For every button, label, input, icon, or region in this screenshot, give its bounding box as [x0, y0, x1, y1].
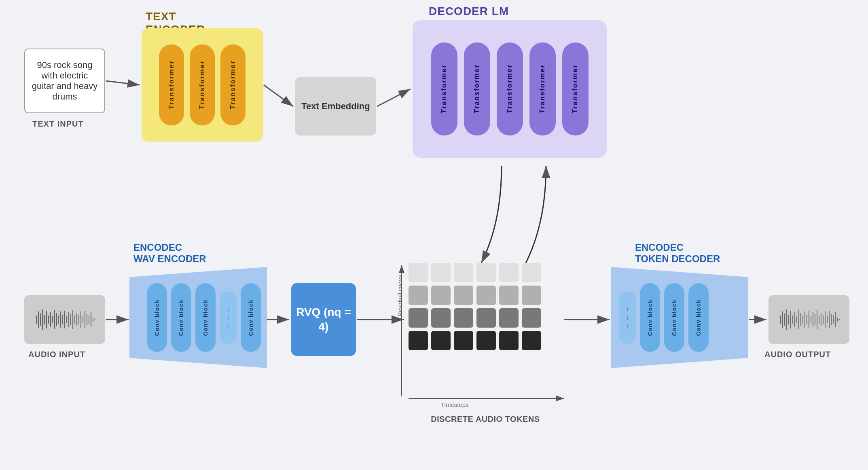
dec-transformer-label-3: Transformer [506, 64, 514, 113]
dec-conv-3: Conv block [688, 283, 709, 352]
dec-conv-2: Conv block [664, 283, 684, 352]
enc-conv-label-1: Conv block [154, 299, 160, 336]
audio-output-box [768, 295, 849, 344]
text-embedding-box: Text Embedding [295, 77, 376, 135]
token-cell-0 [409, 263, 428, 282]
dec-transformer-1: Transformer [431, 42, 457, 135]
dec-transformer-label-1: Transformer [440, 64, 448, 113]
token-cell-21 [476, 331, 496, 350]
dec-conv-label-2: Conv block [671, 299, 677, 336]
token-cell-19 [431, 331, 451, 350]
audio-waveform-input [32, 307, 97, 332]
text-encoder-container: Transformer Transformer Transformer [142, 28, 263, 142]
token-cell-14 [454, 308, 473, 328]
enc-conv-label-4: Conv block [248, 299, 254, 336]
transformer-label-2: Transformer [198, 60, 206, 109]
audio-waveform-output [777, 307, 841, 332]
enc-arrow-3: ↑ [227, 323, 230, 330]
token-cell-18 [409, 331, 428, 350]
dec-transformer-3: Transformer [497, 42, 523, 135]
token-cell-13 [431, 308, 451, 328]
dec-conv-1: Conv block [640, 283, 660, 352]
transformer-pill-3: Transformer [220, 44, 246, 125]
encodec-wav-title: ENCODEC WAV ENCODER [133, 242, 206, 265]
token-cell-6 [409, 286, 428, 305]
transformer-label-3: Transformer [229, 60, 237, 109]
decoder-lm-container: Transformer Transformer Transformer Tran… [413, 20, 607, 158]
svg-line-3 [377, 89, 411, 106]
dec-transformer-5: Transformer [562, 42, 589, 135]
token-grid [409, 263, 541, 350]
rvq-box: RVQ (nq = 4) [291, 283, 356, 356]
dec-transformer-label-5: Transformer [571, 64, 579, 113]
token-cell-9 [476, 286, 496, 305]
enc-conv-small: ↓ ↕ ↑ [220, 291, 237, 344]
transformer-pill-2: Transformer [190, 44, 215, 125]
token-cell-12 [409, 308, 428, 328]
residual-codes-label: Residual codes [396, 275, 403, 317]
enc-arrow-2: ↕ [227, 314, 230, 321]
rvq-label: RVQ (nq = 4) [291, 305, 356, 335]
encodec-dec-label-2: TOKEN DECODER [635, 253, 720, 265]
encodec-dec-container: ↓ ↕ ↑ Conv block Conv block Conv block [611, 267, 748, 368]
enc-conv-2: Conv block [171, 283, 191, 352]
token-cell-23 [522, 331, 541, 350]
text-encoder-label-line1: TEXT [146, 10, 205, 23]
audio-input-box [24, 295, 105, 344]
enc-conv-3: Conv block [195, 283, 216, 352]
timesteps-label: Timesteps [441, 401, 469, 408]
token-cell-10 [499, 286, 519, 305]
diagram-container: 90s rock song with electric guitar and h… [0, 0, 868, 470]
enc-conv-4: Conv block [241, 283, 261, 352]
encodec-wav-label-1: ENCODEC [133, 242, 206, 253]
text-input-label: TEXT INPUT [32, 119, 84, 129]
decoder-lm-title: DECODER LM [429, 5, 509, 18]
token-cell-20 [454, 331, 473, 350]
encodec-dec-title: ENCODEC TOKEN DECODER [635, 242, 720, 265]
token-cell-5 [522, 263, 541, 282]
enc-arrow-1: ↓ [227, 305, 230, 312]
dec-conv-small: ↓ ↕ ↑ [619, 291, 636, 344]
transformer-pill-1: Transformer [159, 44, 184, 125]
token-cell-22 [499, 331, 519, 350]
text-embedding-label: Text Embedding [301, 101, 370, 112]
dec-arrow-1: ↓ [626, 305, 629, 312]
token-cell-17 [522, 308, 541, 328]
svg-line-1 [106, 81, 140, 85]
token-cell-7 [431, 286, 451, 305]
svg-line-2 [264, 85, 293, 106]
token-cell-11 [522, 286, 541, 305]
enc-conv-1: Conv block [147, 283, 167, 352]
enc-conv-label-2: Conv block [178, 299, 184, 336]
text-input-content: 90s rock song with electric guitar and h… [30, 60, 100, 102]
token-cell-2 [454, 263, 473, 282]
text-input-box: 90s rock song with electric guitar and h… [24, 49, 105, 113]
dec-arrow-2: ↕ [626, 314, 629, 321]
token-cell-15 [476, 308, 496, 328]
token-cell-8 [454, 286, 473, 305]
audio-output-label: AUDIO OUTPUT [764, 350, 831, 359]
dec-transformer-label-4: Transformer [538, 64, 546, 113]
enc-conv-label-3: Conv block [202, 299, 209, 336]
token-cell-3 [476, 263, 496, 282]
encodec-dec-label-1: ENCODEC [635, 242, 720, 253]
dec-transformer-2: Transformer [464, 42, 490, 135]
dec-transformer-4: Transformer [529, 42, 556, 135]
encodec-wav-container: Conv block Conv block Conv block ↓ ↕ ↑ C… [129, 267, 267, 368]
dec-conv-label-1: Conv block [647, 299, 653, 336]
token-cell-16 [499, 308, 519, 328]
audio-input-label: AUDIO INPUT [28, 350, 85, 359]
dec-transformer-label-2: Transformer [473, 64, 481, 113]
dec-conv-label-3: Conv block [695, 299, 702, 336]
token-cell-4 [499, 263, 519, 282]
transformer-label-1: Transformer [167, 60, 176, 109]
dec-arrow-3: ↑ [626, 323, 629, 330]
discrete-tokens-label: DISCRETE AUDIO TOKENS [404, 415, 566, 424]
encodec-wav-label-2: WAV ENCODER [133, 253, 206, 265]
token-cell-1 [431, 263, 451, 282]
